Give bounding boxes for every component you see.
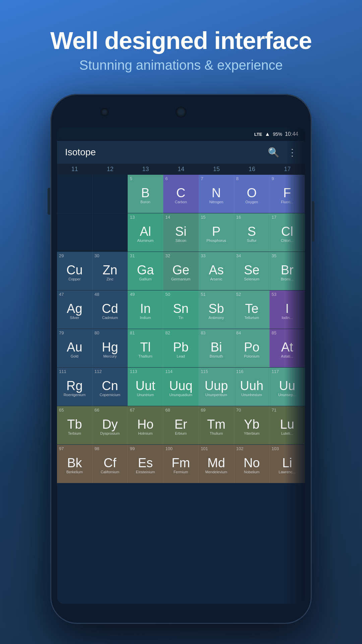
element-cell[interactable]: 33AsArsenic [199, 252, 234, 290]
element-cell[interactable]: 112CnCopernicium [93, 368, 128, 406]
element-cell[interactable]: 113UutUnuntrium [128, 368, 163, 406]
element-cell[interactable]: 13AlAluminum [128, 213, 163, 252]
element-cell[interactable] [57, 175, 93, 213]
element-symbol: Cu [66, 264, 83, 276]
element-cell[interactable]: 31GaGallium [128, 252, 163, 290]
element-number: 81 [130, 330, 134, 335]
element-symbol: At [281, 341, 293, 354]
element-cell[interactable]: 29CuCopper [57, 252, 93, 290]
element-cell[interactable]: 103LiLawrenc... [269, 445, 305, 483]
element-number: 49 [130, 292, 134, 297]
element-symbol: N [212, 186, 221, 199]
element-cell[interactable]: 30ZnZinc [93, 252, 128, 290]
element-symbol: Md [207, 457, 225, 469]
element-cell[interactable]: 116UuhUnunhexium [234, 368, 270, 406]
element-symbol: Dy [102, 418, 118, 431]
element-cell[interactable]: 71LuLuteti... [269, 406, 305, 444]
table-row: 97BkBerkelium98CfCalifornium99EsEinstein… [57, 445, 305, 483]
element-name: Gold [71, 354, 78, 358]
element-number: 114 [165, 369, 173, 374]
element-cell[interactable]: 111RgRoentgenium [57, 368, 93, 406]
element-cell[interactable]: 47AgSilver [57, 290, 93, 329]
element-cell[interactable]: 7NNitrogen [199, 175, 234, 213]
element-cell[interactable] [93, 213, 128, 252]
element-symbol: Uu [279, 379, 295, 392]
element-name: Ununsep... [278, 393, 296, 397]
element-name: Astati... [281, 354, 293, 358]
element-cell[interactable]: 51SbAntimony [199, 290, 234, 329]
element-cell[interactable]: 17ClChlori... [269, 213, 305, 252]
element-name: Copernicium [100, 393, 120, 397]
page-subtitle: Stunning animations & experience [0, 58, 362, 73]
element-name: Indium [140, 316, 151, 320]
element-cell[interactable] [57, 213, 93, 252]
element-cell[interactable]: 70YbYtterbium [234, 406, 270, 444]
element-name: Aluminum [137, 238, 154, 243]
element-cell[interactable]: 68ErErbium [163, 406, 199, 444]
element-cell[interactable]: 48CdCadmium [93, 290, 128, 329]
element-cell[interactable]: 35BrBromi... [269, 252, 305, 290]
element-symbol: No [244, 457, 260, 469]
element-cell[interactable]: 5BBoron [128, 175, 163, 213]
element-cell[interactable]: 99EsEinsteinium [128, 445, 163, 483]
element-cell[interactable]: 16SSulfur [234, 213, 270, 252]
element-symbol: P [212, 225, 221, 238]
element-cell[interactable]: 6CCarbon [163, 175, 199, 213]
element-cell[interactable]: 84PoPolonium [234, 329, 270, 367]
element-cell[interactable]: 15PPhosphorus [199, 213, 234, 252]
element-cell[interactable] [93, 175, 128, 213]
element-cell[interactable]: 66DyDysprosium [93, 406, 128, 444]
element-symbol: Bk [67, 457, 82, 469]
element-name: Arsenic [210, 277, 223, 281]
element-cell[interactable]: 34SeSelenium [234, 252, 270, 290]
element-number: 29 [59, 253, 64, 258]
element-number: 48 [95, 292, 99, 297]
element-cell[interactable]: 69TmThulium [199, 406, 234, 444]
app-title: Isotope [65, 147, 260, 158]
element-cell[interactable]: 102NoNobelium [234, 445, 270, 483]
element-number: 84 [236, 330, 241, 335]
element-cell[interactable]: 117UuUnunsep... [269, 368, 305, 406]
element-cell[interactable]: 101MdMendelevium [199, 445, 234, 483]
element-cell[interactable]: 53IIodin... [269, 290, 305, 329]
table-row: 111RgRoentgenium112CnCopernicium113UutUn… [57, 368, 305, 406]
phone-screen: LTE ▲ 95% 10:44 Isotope 🔍 ⋮ 11 12 13 14 … [57, 127, 305, 604]
element-cell[interactable]: 52TeTellurium [234, 290, 270, 329]
col-12: 12 [93, 166, 128, 173]
element-cell[interactable]: 80HgMercury [93, 329, 128, 367]
element-cell[interactable]: 83BiBismuth [199, 329, 234, 367]
search-icon[interactable]: 🔍 [268, 147, 280, 158]
element-cell[interactable]: 98CfCalifornium [93, 445, 128, 483]
element-number: 113 [130, 369, 137, 374]
page-title: Well designed interface [0, 27, 362, 54]
element-cell[interactable]: 97BkBerkelium [57, 445, 93, 483]
element-cell[interactable]: 81TlThallium [128, 329, 163, 367]
element-number: 32 [165, 253, 170, 258]
more-options-icon[interactable]: ⋮ [288, 147, 297, 158]
element-cell[interactable]: 100FmFermium [163, 445, 199, 483]
element-number: 52 [236, 292, 241, 297]
element-number: 115 [201, 369, 208, 374]
element-cell[interactable]: 82PbLead [163, 329, 199, 367]
element-cell[interactable]: 65TbTerbium [57, 406, 93, 444]
element-cell[interactable]: 14SiSilicon [163, 213, 199, 252]
element-cell[interactable]: 50SnTin [163, 290, 199, 329]
element-cell[interactable]: 79AuGold [57, 329, 93, 367]
element-cell[interactable]: 115UupUnunpentium [199, 368, 234, 406]
element-cell[interactable]: 67HoHolmium [128, 406, 163, 444]
element-number: 47 [59, 292, 64, 297]
element-cell[interactable]: 9FFluori... [269, 175, 305, 213]
element-cell[interactable]: 8OOxygen [234, 175, 270, 213]
element-number: 33 [201, 253, 205, 258]
element-symbol: C [176, 186, 185, 199]
element-cell[interactable]: 85AtAstati... [269, 329, 305, 367]
status-bar: LTE ▲ 95% 10:44 [57, 127, 305, 141]
element-number: 103 [272, 446, 279, 451]
element-number: 9 [272, 176, 274, 181]
element-name: Nitrogen [209, 200, 223, 204]
element-cell[interactable]: 32GeGermanium [163, 252, 199, 290]
element-cell[interactable]: 114UuqUnunquadium [163, 368, 199, 406]
element-name: Oxygen [245, 200, 258, 204]
element-cell[interactable]: 49InIndium [128, 290, 163, 329]
element-number: 82 [165, 330, 170, 335]
